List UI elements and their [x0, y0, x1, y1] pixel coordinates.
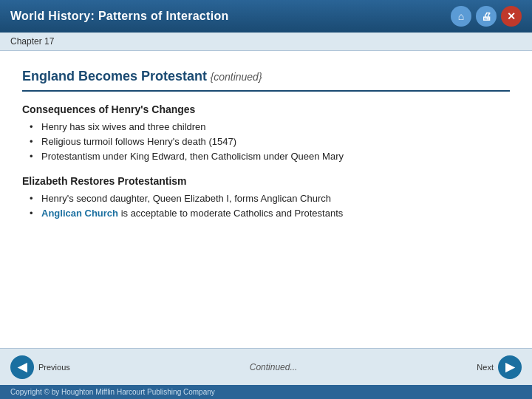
section1-heading: Consequences of Henry's Changes	[22, 103, 510, 115]
title-divider	[22, 90, 510, 92]
section1-bullets: Henry has six wives and three children R…	[22, 121, 510, 162]
previous-button[interactable]: ◀	[10, 355, 34, 379]
continued-label: Continued...	[250, 362, 298, 372]
page-title: England Becomes Protestant	[22, 69, 207, 83]
header-icons: ⌂ 🖨 ✕	[451, 6, 522, 27]
footer-prev-nav: ◀ Previous	[10, 355, 70, 379]
section2-heading: Elizabeth Restores Protestantism	[22, 175, 510, 187]
next-label: Next	[477, 363, 494, 372]
list-item: Anglican Church is acceptable to moderat…	[30, 208, 510, 219]
app-container: World History: Patterns of Interaction ⌂…	[0, 0, 532, 399]
page-title-continued: {continued}	[211, 71, 262, 83]
page-title-block: England Becomes Protestant {continued}	[22, 69, 510, 84]
section2-bullets: Henry's second daughter, Queen Elizabeth…	[22, 193, 510, 219]
bullet-text-2: is acceptable to moderate Catholics and …	[121, 208, 344, 219]
close-button[interactable]: ✕	[501, 6, 522, 27]
footer: ◀ Previous Continued... Next ▶	[0, 348, 532, 385]
previous-label: Previous	[38, 363, 70, 372]
header: World History: Patterns of Interaction ⌂…	[0, 0, 532, 33]
print-button[interactable]: 🖨	[476, 6, 497, 27]
list-item: Henry's second daughter, Queen Elizabeth…	[30, 193, 510, 204]
highlight-text: Anglican Church	[41, 208, 118, 219]
copyright-text: Copyright © by Houghton Mifflin Harcourt…	[10, 388, 215, 396]
list-item: Religious turmoil follows Henry's death …	[30, 136, 510, 147]
chapter-bar: Chapter 17	[0, 33, 532, 51]
chapter-label: Chapter 17	[10, 36, 54, 47]
footer-next-nav: Next ▶	[477, 355, 522, 379]
main-content: England Becomes Protestant {continued} C…	[0, 51, 532, 348]
home-button[interactable]: ⌂	[451, 6, 471, 27]
footer-center: Continued...	[250, 362, 298, 372]
list-item: Henry has six wives and three children	[30, 121, 510, 132]
app-title: World History: Patterns of Interaction	[10, 10, 229, 23]
copyright-bar: Copyright © by Houghton Mifflin Harcourt…	[0, 385, 532, 399]
list-item: Protestantism under King Edward, then Ca…	[30, 151, 510, 162]
next-button[interactable]: ▶	[498, 355, 522, 379]
